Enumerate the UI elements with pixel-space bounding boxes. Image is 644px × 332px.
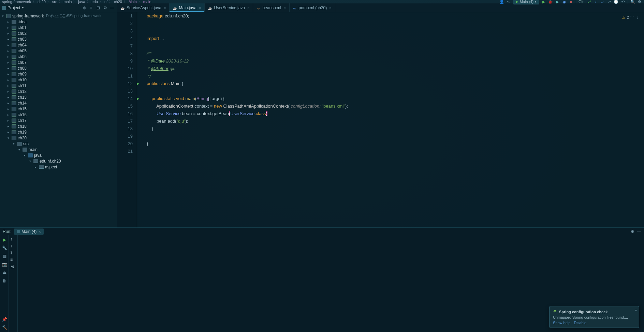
git-pull-icon[interactable]: ✓ (593, 0, 598, 4)
collapse-all-icon[interactable]: ⊟ (97, 5, 101, 10)
gear-icon[interactable]: ⚙ (103, 5, 108, 10)
tree-item[interactable]: ▸ch14 (0, 100, 117, 106)
chevron-up-icon[interactable]: ˆ (630, 14, 632, 21)
build-icon[interactable]: 🔨 (1, 324, 8, 331)
inspection-status[interactable]: ⚠ 2 ˆ ˇ ⋮ (622, 14, 639, 21)
tree-item[interactable]: ▸ch19 (0, 129, 117, 135)
tree-item[interactable]: ▸ch05 (0, 48, 117, 54)
tool-icon[interactable]: 🔧 (1, 245, 8, 251)
breadcrumb-class[interactable]: Main (129, 0, 137, 4)
tree-item[interactable]: ▸ch02 (0, 30, 117, 36)
run-config-dropdown[interactable]: ▶ Main (4) ▾ (513, 0, 539, 4)
breadcrumb-item[interactable]: nf (104, 0, 107, 4)
camera-icon[interactable]: 📷 (1, 261, 8, 267)
tree-package[interactable]: ▸aspect (0, 164, 117, 170)
git-update-icon[interactable]: ↙ (600, 0, 605, 4)
hide-icon[interactable]: — (110, 5, 115, 10)
show-help-link[interactable]: Show help (553, 321, 570, 325)
profile-icon[interactable]: ◉ (562, 0, 567, 4)
pin-icon[interactable]: 📌 (1, 316, 8, 322)
tree-item[interactable]: ▸ch03 (0, 36, 117, 42)
breadcrumb-method[interactable]: main (143, 0, 151, 4)
tree-item[interactable]: ▾main (0, 147, 117, 152)
breadcrumb[interactable]: spring-framework〉 ch20〉 src〉 main〉 java〉… (2, 0, 151, 4)
down-icon[interactable]: ↓ (10, 244, 16, 248)
tree-item[interactable]: ▸ch16 (0, 112, 117, 117)
tree-item[interactable]: ▸ch15 (0, 106, 117, 112)
project-title[interactable]: Project ▾ (2, 5, 24, 10)
stop-icon[interactable]: ■ (569, 0, 573, 4)
git-history-icon[interactable]: 🕐 (614, 0, 618, 4)
expand-all-icon[interactable]: ≡ (90, 5, 94, 10)
breadcrumb-item[interactable]: src (52, 0, 57, 4)
run-tab[interactable]: Main (4) × (14, 229, 43, 235)
tree-item[interactable]: ▸ch08 (0, 65, 117, 71)
breadcrumb-item[interactable]: java (78, 0, 85, 4)
print-icon[interactable]: 🖨 (10, 264, 16, 269)
select-opened-icon[interactable]: ⊕ (83, 5, 88, 10)
tree-item[interactable]: ▸ch13 (0, 94, 117, 100)
rerun-icon[interactable]: ▶ (1, 237, 8, 243)
tree-item-expanded[interactable]: ▾ch20 (0, 135, 117, 141)
breadcrumb-item[interactable]: ch20 (114, 0, 122, 4)
run-header: Run: Main (4) × ⚙ — (0, 228, 644, 235)
tree-item[interactable]: ▸ch09 (0, 71, 117, 77)
editor-tab[interactable]: beans.xml× (253, 3, 289, 12)
warning-count: 2 (627, 14, 629, 21)
notification-balloon: ▾ ⚘ Spring configuration check Unmapped … (549, 306, 639, 328)
tree-item[interactable]: ▸ch12 (0, 88, 117, 94)
disable-link[interactable]: Disable... (574, 321, 589, 325)
run-toolbar-left: ▶ 🔧 ▦ 📷 ⏏ 🗑 📌 🔨 (0, 235, 9, 332)
debug-icon[interactable]: 🐞 (548, 0, 553, 4)
breadcrumb-item[interactable]: edu (92, 0, 98, 4)
tree-package[interactable]: ▾edu.nf.ch20 (0, 158, 117, 164)
maven-icon (293, 6, 297, 10)
delete-icon[interactable]: 🗑 (1, 278, 8, 284)
close-icon[interactable]: × (39, 230, 41, 234)
settings-icon[interactable]: ⚙ (637, 0, 642, 4)
tree-item[interactable]: ▸ch07 (0, 59, 117, 65)
chevron-down-icon[interactable]: ▾ (635, 308, 637, 312)
git-label: Git: (579, 0, 584, 4)
git-rollback-icon[interactable]: ↶ (620, 0, 625, 4)
git-push-icon[interactable]: ↗ (607, 0, 612, 4)
layout-icon[interactable]: ▦ (1, 253, 8, 259)
tree-item[interactable]: ▸ch11 (0, 83, 117, 88)
search-icon[interactable]: 🔍 (630, 0, 635, 4)
breadcrumb-item[interactable]: ch20 (38, 0, 46, 4)
editor-tab[interactable]: UserService.java× (205, 3, 253, 12)
breadcrumb-item[interactable]: main (64, 0, 72, 4)
tree-item[interactable]: ▾java (0, 152, 117, 158)
close-icon[interactable]: × (199, 6, 201, 10)
close-icon[interactable]: × (164, 6, 166, 10)
user-icon[interactable]: 👤 (499, 0, 504, 4)
hide-icon[interactable]: — (637, 229, 641, 234)
tree-item[interactable]: ▸ch06 (0, 54, 117, 59)
export-icon[interactable]: ⏏ (1, 269, 8, 276)
inspect-icon[interactable]: ↖ (506, 0, 511, 4)
editor-tab[interactable]: pom.xml (ch20)× (290, 3, 335, 12)
scroll-icon[interactable]: ≡ (10, 257, 16, 262)
editor-tab[interactable]: ServiceAspect.java× (117, 3, 170, 12)
tree-item[interactable]: ▸ch01 (0, 25, 117, 30)
gear-icon[interactable]: ⚙ (631, 229, 634, 234)
close-icon[interactable]: × (247, 6, 249, 10)
close-icon[interactable]: × (329, 6, 331, 10)
tree-item[interactable]: ▸ch17 (0, 117, 117, 123)
chevron-down-icon[interactable]: ˇ (633, 14, 634, 21)
tree-item[interactable]: ▸ch04 (0, 42, 117, 48)
coverage-icon[interactable]: ▶ (555, 0, 560, 4)
tree-item[interactable]: ▾src (0, 141, 117, 147)
breadcrumb-item[interactable]: spring-framework (2, 0, 31, 4)
tree-item[interactable]: ▸ch10 (0, 77, 117, 83)
wrap-icon[interactable]: ⤵ (10, 250, 16, 255)
tree-item[interactable]: ▸.idea (0, 19, 117, 25)
tree-item[interactable]: ▸ch18 (0, 123, 117, 129)
up-icon[interactable]: ↑ (10, 237, 16, 241)
more-icon[interactable]: ⋮ (635, 14, 639, 21)
git-branch-icon[interactable]: ⎇ (586, 0, 591, 4)
run-icon[interactable]: ▶ (541, 0, 546, 4)
editor-tab-active[interactable]: Main.java× (170, 3, 205, 12)
close-icon[interactable]: × (283, 6, 286, 10)
tree-root[interactable]: ▾ spring-framework D:\作业汇总\S5\spring-fra… (0, 13, 117, 19)
